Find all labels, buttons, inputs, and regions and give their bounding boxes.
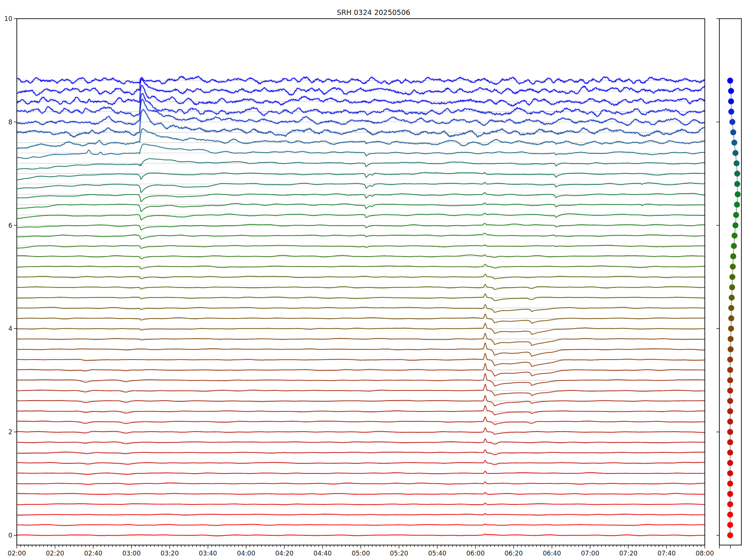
freq-dot-37 [727,449,733,455]
figure: 02:0002:2002:4003:0003:2003:4004:0004:20… [0,0,747,560]
freq-dot-3 [728,98,734,104]
x-tick-label: 06:00 [467,550,485,557]
freq-dot-32 [727,398,733,404]
trace-34 [17,417,705,424]
freq-dot-9 [734,160,740,166]
x-tick-label: 03:40 [199,550,217,557]
freq-dot-33 [727,408,733,414]
y-tick-label: 0 [8,532,12,539]
trace-halo-23 [17,305,705,312]
freq-dot-10 [734,171,740,177]
freq-dot-38 [727,460,733,466]
plot-title: SRH 0324 20250506 [337,8,410,16]
x-tick-label: 07:40 [657,550,676,557]
freq-dot-20 [729,274,735,280]
freq-dot-31 [727,388,733,393]
x-tick-label: 05:20 [390,550,408,557]
trace-27 [17,343,705,357]
trace-halo-36 [17,439,705,444]
freq-dot-25 [728,326,734,332]
trace-21 [17,284,705,290]
freq-dot-21 [729,284,735,290]
trace-halo-9 [17,159,705,169]
freq-dot-27 [728,346,734,352]
freq-dot-12 [735,192,741,197]
x-tick-label: 06:20 [505,550,523,557]
freq-dot-44 [727,522,733,528]
freq-dot-23 [728,305,734,311]
freq-dot-6 [730,129,736,135]
freq-dot-42 [727,501,733,507]
freq-dot-35 [727,429,733,435]
x-tick-label: 04:00 [237,550,255,557]
x-tick-label: 05:40 [428,550,446,557]
freq-dot-40 [727,480,733,486]
trace-halo-15 [17,223,705,230]
freq-dot-22 [729,295,735,301]
freq-dot-7 [731,140,737,146]
trace-08 [17,144,705,159]
y-tick-label: 8 [8,118,12,126]
trace-halo-33 [17,406,705,415]
trace-13 [17,203,705,212]
x-tick-label: 02:40 [84,550,102,557]
freq-dot-34 [727,419,733,424]
trace-17 [17,245,705,248]
freq-dot-15 [732,223,738,228]
freq-dot-26 [728,336,734,342]
x-tick-label: 04:20 [275,550,294,557]
freq-dot-2 [728,88,734,94]
y-tick-label: 6 [8,222,12,229]
trace-halo-35 [17,428,705,434]
trace-12 [17,193,705,202]
freq-dot-29 [727,367,733,373]
trace-31 [17,385,705,396]
freq-dot-4 [728,109,734,115]
freq-dot-39 [727,470,733,476]
x-tick-label: 05:00 [352,550,370,557]
trace-37 [17,450,705,455]
y-tick-label: 4 [8,325,12,332]
freq-dot-14 [733,212,739,218]
freq-dot-5 [729,119,735,125]
chart-svg: 02:0002:2002:4003:0003:2003:4004:0004:20… [0,0,747,560]
trace-halo-31 [17,385,705,396]
trace-35 [17,428,705,434]
freq-dot-1 [727,78,733,84]
trace-29 [17,364,705,376]
freq-dot-41 [727,491,733,497]
trace-32 [17,396,705,406]
x-tick-label: 07:00 [581,550,599,557]
trace-halo-8 [17,144,705,159]
trace-halo-34 [17,417,705,424]
freq-dot-45 [727,532,733,538]
freq-dot-36 [727,439,733,445]
freq-dot-18 [730,253,736,259]
y-tick-label: 10 [4,15,12,22]
freq-dot-19 [730,264,736,270]
trace-26 [17,333,705,345]
x-tick-label: 03:20 [161,550,179,557]
freq-dot-30 [727,377,733,383]
x-tick-label: 08:00 [696,550,714,557]
x-tick-label: 03:00 [123,550,141,557]
freq-dot-11 [734,181,740,187]
x-tick-label: 02:20 [46,550,64,557]
x-tick-label: 07:20 [619,550,638,557]
freq-dot-13 [734,202,740,208]
x-tick-label: 02:00 [8,550,26,557]
trace-16 [17,233,705,239]
freq-dot-24 [728,315,734,321]
freq-dot-16 [732,233,738,239]
freq-dot-8 [732,150,738,156]
freq-dot-17 [731,243,737,249]
trace-halo-38 [17,460,705,464]
trace-halo-14 [17,213,705,220]
freq-dot-28 [727,357,733,363]
freq-dot-43 [727,511,733,517]
trace-halo-22 [17,294,705,301]
trace-33 [17,406,705,415]
x-tick-label: 06:40 [543,550,561,557]
y-tick-label: 2 [8,428,12,436]
x-tick-label: 04:40 [313,550,332,557]
